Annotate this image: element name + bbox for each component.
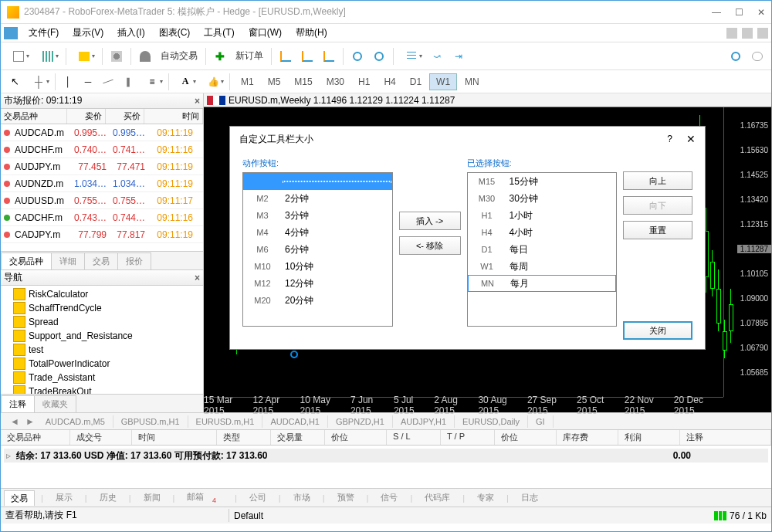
menu-chart[interactable]: 图表(C) [153,25,197,41]
timeframe-M1[interactable]: M1 [235,74,260,90]
terminal-col[interactable]: 注释 [680,430,771,445]
terminal-col[interactable]: 利润 [618,430,680,445]
available-item[interactable]: M1010分钟 [243,258,392,275]
available-item[interactable]: M33分钟 [243,207,392,224]
nav-item[interactable]: test [1,343,203,357]
selected-item[interactable]: H44小时 [468,224,617,241]
terminal-tab-0[interactable]: 交易 [4,490,35,506]
terminal-col[interactable]: T / P [441,430,495,445]
menu-tools[interactable]: 工具(T) [198,25,240,41]
menu-help[interactable]: 帮助(H) [290,25,334,41]
chart-tab[interactable]: EURUSD.m,H1 [188,415,263,428]
nav-item[interactable]: TotalPowerIndicator [1,357,203,371]
fibo-tool[interactable]: ≡ [139,73,165,91]
terminal-col[interactable]: 价位 [495,430,557,445]
mdi-restore-icon[interactable] [742,28,753,39]
auto-arrange-button[interactable] [398,47,425,66]
terminal-tab-8[interactable]: 信号 [374,490,404,505]
nav-item[interactable]: TradeBreakOut [1,385,203,394]
available-item[interactable]: M1212分钟 [243,275,392,292]
terminal-col[interactable]: 交易量 [271,430,325,445]
vline-tool[interactable]: │ [59,73,77,91]
terminal-col[interactable]: 交易品种 [1,430,70,445]
market-row[interactable]: AUDCAD.m 0.995… 0.995… 09:11:19 [1,124,203,141]
terminal-col[interactable]: 库存费 [557,430,618,445]
col-symbol[interactable]: 交易品种 [1,109,67,124]
market-row[interactable]: CADJPY.m 77.799 77.817 09:11:19 [1,226,203,243]
selected-listbox[interactable]: M1515分钟M3030分钟H11小时H44小时D1每日W1每周MN每月 [467,172,618,327]
chart-tab[interactable]: AUDCAD,H1 [262,415,328,428]
terminal-col[interactable]: 成交号 [70,430,132,445]
mw-tab-symbols[interactable]: 交易品种 [1,252,52,269]
available-item[interactable]: M44分钟 [243,224,392,241]
mdi-close-icon[interactable] [757,28,768,39]
mw-tab-trade[interactable]: 交易 [84,252,118,269]
insert-button[interactable]: 插入 -> [399,212,461,230]
terminal-tab-4[interactable]: 邮箱 4 [181,490,229,505]
timeframe-M5[interactable]: M5 [262,74,287,90]
expand-icon[interactable]: ▹ [4,450,13,461]
market-row[interactable]: AUDCHF.m 0.740… 0.741… 09:11:16 [1,141,203,158]
terminal-tab-3[interactable]: 新闻 [137,490,167,505]
available-item[interactable]: M22分钟 [243,190,392,207]
chart-tab[interactable]: EURUSD,Daily [455,415,528,428]
options-button[interactable] [107,47,126,66]
chart-tab[interactable]: GBPNZD,H1 [328,415,393,428]
new-chart-button[interactable] [5,47,32,66]
nav-item[interactable]: SchaffTrendCycle [1,301,203,315]
close-dialog-button[interactable]: 关闭 [623,321,692,340]
chart-tab[interactable]: AUDJPY,H1 [393,415,455,428]
dialog-help-button[interactable]: ? [667,134,672,144]
terminal-col[interactable]: 类型 [217,430,271,445]
close-button[interactable]: ✕ [757,7,765,18]
market-row[interactable]: AUDJPY.m 77.451 77.471 09:11:19 [1,158,203,175]
chart-tab[interactable]: AUDCAD.m,M5 [38,415,113,428]
trendline-tool[interactable] [99,73,117,91]
text-tool[interactable]: A [172,73,198,91]
zoom-in-button[interactable] [348,47,367,66]
menu-view[interactable]: 显示(V) [66,25,110,41]
market-watch-close[interactable]: × [195,96,200,107]
market-row[interactable]: CADCHF.m 0.743… 0.744… 09:11:16 [1,209,203,226]
autotrading-button[interactable] [136,47,154,66]
mdi-minimize-icon[interactable] [726,28,737,39]
terminal-tab-6[interactable]: 市场 [287,490,317,505]
chat-button[interactable] [748,47,767,66]
mw-tab-ticks[interactable]: 报价 [117,252,151,269]
selected-item[interactable]: MN每月 [468,275,617,292]
nav-tab-common[interactable]: 注释 [1,395,35,412]
menu-window[interactable]: 窗口(W) [242,25,288,41]
zoom-out-button[interactable] [370,47,388,66]
terminal-tab-1[interactable]: 展示 [49,490,79,505]
available-item[interactable]: M66分钟 [243,241,392,258]
market-row[interactable]: AUDUSD.m 0.755… 0.755… 09:11:17 [1,192,203,209]
minimize-button[interactable]: — [712,7,721,18]
connection-status[interactable]: 76 / 1 Kb [714,510,767,521]
profiles-button[interactable] [35,47,61,66]
timeframe-M15[interactable]: M15 [288,74,318,90]
terminal-col[interactable]: S / L [387,430,441,445]
terminal-col[interactable]: 价位 [325,430,387,445]
nav-item[interactable]: RiskCalculator [1,287,203,301]
terminal-tab-2[interactable]: 历史 [93,490,123,505]
available-listbox[interactable]: M22分钟M33分钟M44分钟M66分钟M1010分钟M1212分钟M2020分… [242,172,393,327]
selected-item[interactable]: D1每日 [468,241,617,258]
terminal-col[interactable]: 时间 [132,430,217,445]
market-row[interactable]: AUDNZD.m 1.034… 1.034… 09:11:19 [1,175,203,192]
terminal-tab-9[interactable]: 代码库 [418,490,456,505]
col-bid[interactable]: 卖价 [67,109,106,124]
shift-button[interactable]: ⤻ [428,47,446,66]
objects-tool[interactable]: 👍 [200,73,226,91]
timeframe-M30[interactable]: M30 [320,74,350,90]
timeframe-D1[interactable]: D1 [404,74,428,90]
chart-tab[interactable]: GBPUSD.m,H1 [113,415,188,428]
terminal-tab-7[interactable]: 预警 [331,490,361,505]
timeframe-H1[interactable]: H1 [352,74,376,90]
dialog-close-button[interactable]: ✕ [686,133,696,145]
selected-item[interactable]: M1515分钟 [468,173,617,190]
col-ask[interactable]: 买价 [106,109,144,124]
move-down-button[interactable]: 向下 [623,196,692,215]
search-button[interactable] [726,47,745,66]
cursor-tool[interactable]: ↖ [5,73,24,91]
chart-tabs-prev[interactable]: ◄ [7,416,22,427]
